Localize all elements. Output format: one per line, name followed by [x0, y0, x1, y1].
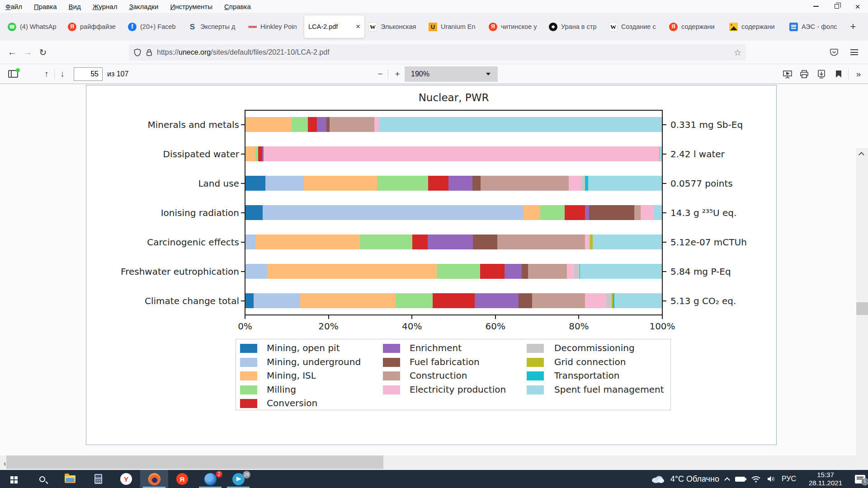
menu-item-файл[interactable]: Файл	[5, 3, 22, 10]
taskbar-firefox-button[interactable]	[140, 470, 168, 488]
window-controls: ×	[806, 0, 868, 13]
scroll-up-icon[interactable]	[859, 152, 864, 158]
save-button[interactable]	[814, 66, 829, 82]
bookmark-star-icon[interactable]: ☆	[734, 47, 741, 58]
pocket-button[interactable]	[826, 45, 842, 60]
tab-label: LCA-2.pdf	[308, 23, 351, 30]
app-menu-button[interactable]	[846, 45, 862, 60]
tab-20-faceb[interactable]: f(20+) Faceb	[124, 15, 184, 38]
tab-эксперты-д[interactable]: SЭксперты д	[184, 15, 244, 38]
volume-icon[interactable]	[767, 475, 776, 483]
taskbar-file-explorer-button[interactable]	[56, 470, 84, 488]
vertical-scrollbar[interactable]	[856, 148, 868, 488]
minimize-icon	[813, 6, 819, 7]
url-bar[interactable]: https://unece.org/sites/default/files/20…	[129, 44, 746, 61]
language-indicator[interactable]: РУС	[782, 475, 796, 483]
zoom-level-select[interactable]: 190%	[405, 66, 498, 82]
tab-lca-2-pdf[interactable]: LCA-2.pdf×	[304, 15, 364, 38]
smartlab-icon: S	[188, 23, 197, 31]
taskbar-yandex-browser-button[interactable]: Y	[112, 470, 140, 488]
pdf-sidebar-toggle[interactable]	[5, 66, 21, 82]
next-page-button[interactable]: ↓	[55, 66, 70, 82]
more-tools-button[interactable]: »	[851, 66, 866, 82]
axis-tick	[663, 154, 666, 155]
taskbar-calculator-button[interactable]	[84, 470, 112, 488]
value-label: 0.0577 points	[670, 178, 797, 189]
tab-label: содержани	[681, 23, 721, 30]
weather-cloud-icon[interactable]	[651, 474, 665, 483]
chart-legend: Mining, open pitMining, undergroundMinin…	[236, 339, 671, 410]
taskbar-search-button[interactable]	[28, 470, 56, 488]
bar-segment-electricity-production	[264, 146, 659, 161]
menu-item-вид[interactable]: Вид	[69, 3, 81, 10]
tab-читинское-у[interactable]: Ячитинское у	[485, 15, 545, 38]
page-number-input[interactable]	[74, 67, 103, 81]
bar-segment-mining-open-pit	[245, 293, 254, 308]
page-count-label: из 107	[107, 70, 128, 78]
url-text[interactable]: https://unece.org/sites/default/files/20…	[157, 48, 730, 56]
vertical-scrollbar-thumb[interactable]	[856, 302, 868, 315]
system-tray: 4°C Облачно РУС 15:37 28.11.2021 5	[651, 470, 865, 488]
tab-аэс-фолс[interactable]: АЭС - фолс	[785, 15, 845, 38]
shield-icon[interactable]	[133, 48, 142, 56]
taskbar-yandex-button[interactable]: Я	[168, 470, 196, 488]
print-button[interactable]	[797, 66, 812, 82]
new-tab-button[interactable]: +	[845, 19, 861, 34]
restore-button[interactable]	[826, 0, 847, 13]
tab-close-icon[interactable]: ×	[355, 22, 360, 31]
previous-page-button[interactable]: ↑	[39, 66, 54, 82]
menu-item-справка[interactable]: Справка	[224, 3, 251, 10]
forward-button[interactable]: →	[20, 45, 35, 60]
bar-segment-mining-isl	[267, 264, 437, 279]
reload-button[interactable]: ↻	[35, 45, 51, 60]
menu-item-правка[interactable]: Правка	[34, 3, 57, 10]
x-tick-label: 40%	[392, 321, 432, 332]
horizontal-scrollbar-thumb[interactable]	[6, 455, 383, 469]
close-icon: ×	[855, 2, 860, 11]
tab-uranium-en[interactable]: UUranium En	[425, 15, 485, 38]
category-label: Land use	[104, 178, 239, 189]
menu-item-закладки[interactable]: Закладки	[129, 3, 158, 10]
wifi-icon[interactable]	[751, 475, 761, 483]
tab-4-whatsap[interactable]: ☎(4) WhatsAp	[4, 15, 64, 38]
legend-swatch-spent-fuel-management	[527, 385, 544, 394]
horizontal-scrollbar[interactable]: ‹	[0, 455, 856, 469]
back-button[interactable]: ←	[5, 45, 20, 60]
current-view-bookmark-button[interactable]	[831, 66, 846, 82]
legend-label: Construction	[410, 370, 467, 381]
tab-урана-в-стр[interactable]: ◆Урана в стр	[545, 15, 605, 38]
hidden-icons-chevron[interactable]	[724, 477, 730, 483]
weather-text[interactable]: 4°C Облачно	[670, 474, 719, 484]
presentation-mode-button[interactable]	[780, 66, 795, 82]
tab-райффайзе[interactable]: Ярайффайзе	[64, 15, 124, 38]
stacked-bar-dissipated-water	[245, 146, 662, 161]
menu-item-журнал[interactable]: Журнал	[93, 3, 118, 10]
tab-эльконская[interactable]: WЭльконская	[364, 15, 425, 38]
scroll-left-icon[interactable]: ‹	[4, 460, 6, 468]
bar-segment-milling	[292, 117, 308, 132]
bar-segment-fuel-fabrication	[589, 205, 634, 220]
axis-tick	[663, 242, 666, 243]
clock[interactable]: 15:37 28.11.2021	[802, 471, 849, 487]
zoom-out-button[interactable]: −	[373, 66, 388, 82]
zoom-in-button[interactable]: +	[390, 66, 405, 82]
taskbar-windows-start-button[interactable]	[0, 470, 28, 488]
legend-label: Mining, underground	[267, 357, 361, 367]
taskbar-telegram-button[interactable]: 28	[224, 470, 252, 488]
tab-hinkley-poin[interactable]: мммHinkley Poin	[244, 15, 304, 38]
close-button[interactable]: ×	[847, 0, 868, 13]
menu-item-инструменты[interactable]: Инструменты	[170, 3, 212, 10]
bar-segment-construction	[634, 205, 641, 220]
tab-содержани[interactable]: содержани	[725, 15, 785, 38]
lock-icon[interactable]	[146, 48, 153, 56]
axis-tick	[241, 271, 245, 272]
tab-содержани[interactable]: Ясодержани	[665, 15, 725, 38]
bar-segment-electricity-production	[585, 235, 589, 249]
minimize-button[interactable]	[806, 0, 826, 13]
tab-label: Hinkley Poin	[260, 23, 300, 30]
battery-icon[interactable]	[735, 477, 745, 482]
notification-center-button[interactable]: 5	[855, 475, 865, 483]
taskbar-thunderbird-button[interactable]: 2	[196, 470, 224, 488]
legend-swatch-decommissioning	[527, 344, 544, 353]
tab-создание-с[interactable]: WСоздание с	[605, 15, 665, 38]
